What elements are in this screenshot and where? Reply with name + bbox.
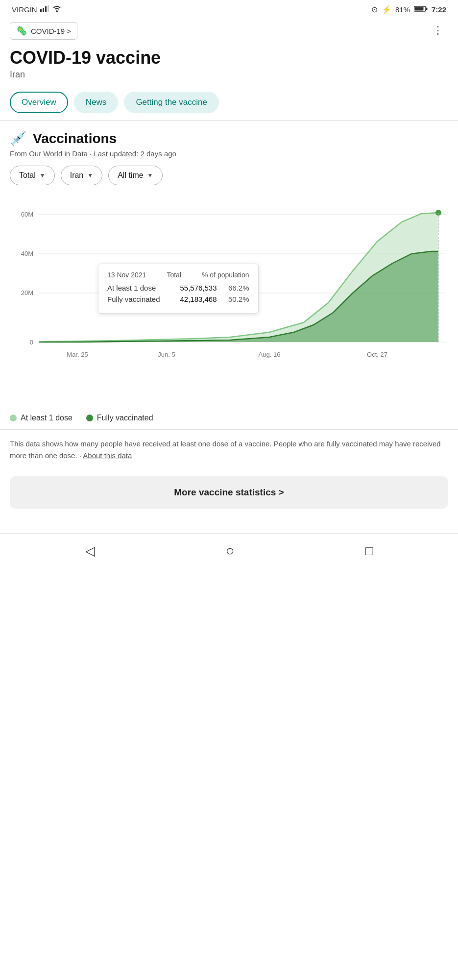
svg-text:20M: 20M [21,289,33,296]
wifi-icon [52,5,62,14]
svg-text:0: 0 [30,339,33,346]
tooltip-value-0: 55,576,533 [168,284,217,292]
page-subtitle: Iran [10,70,448,80]
timer-icon: ⊙ [371,5,378,14]
chart-legend: At least 1 dose Fully vaccinated [0,409,458,429]
chart-tooltip: 13 Nov 2021 Total % of population At lea… [98,264,259,314]
filter-type[interactable]: Total ▼ [10,166,55,185]
recents-nav-button[interactable]: □ [365,543,373,559]
more-options-button[interactable]: ⋮ [429,22,448,39]
svg-rect-7 [414,7,423,11]
header: 🦠 COVID-19 > ⋮ [0,17,458,40]
filters-row: Total ▼ Iran ▼ All time ▼ [10,166,448,185]
svg-text:60M: 60M [21,211,33,218]
vaccine-icon: 💉 [10,130,27,147]
signal-icon [40,5,49,14]
svg-text:Oct. 27: Oct. 27 [367,351,387,358]
status-bar: VIRGIN ⊙ ⚡ 81% [0,0,458,17]
svg-text:Jun. 5: Jun. 5 [158,351,175,358]
description-content: This data shows how many people have rec… [10,440,441,460]
time-label: 7:22 [432,5,446,14]
bluetooth-icon: ⚡ [382,5,391,14]
tooltip-label-0: At least 1 dose [107,284,160,292]
battery-label: 81% [395,5,410,14]
nav-bar: ◁ ○ □ [0,533,458,568]
source-link[interactable]: Our World in Data [29,149,90,158]
chevron-down-icon: ▼ [87,172,93,179]
vaccinations-section: 💉 Vaccinations From Our World in Data · … [0,121,458,401]
tooltip-header: 13 Nov 2021 Total % of population [107,271,249,279]
section-title: Vaccinations [33,131,117,147]
legend-label-0: At least 1 dose [21,414,72,422]
tab-overview[interactable]: Overview [10,92,68,113]
description-text: This data shows how many people have rec… [0,430,458,471]
status-left: VIRGIN [12,5,62,14]
chevron-down-icon: ▼ [40,172,46,179]
tooltip-row-0: At least 1 dose 55,576,533 66.2% [107,284,249,292]
breadcrumb-button[interactable]: 🦠 COVID-19 > [10,22,77,40]
tooltip-pct-0: 66.2% [225,284,249,292]
back-nav-button[interactable]: ◁ [85,543,95,559]
breadcrumb-label: COVID-19 > [31,27,71,35]
tooltip-value-1: 42,183,468 [168,295,217,303]
filter-period[interactable]: All time ▼ [108,166,162,185]
legend-label-1: Fully vaccinated [97,414,153,422]
tab-news[interactable]: News [74,92,119,113]
source-text: From Our World in Data · Last updated: 2… [10,149,448,158]
svg-rect-1 [43,8,44,12]
tooltip-population-label: % of population [202,271,249,279]
more-btn-section: More vaccine statistics > [0,471,458,523]
chevron-down-icon: ▼ [147,172,153,179]
svg-text:Aug. 16: Aug. 16 [259,351,281,358]
tab-getting-vaccine[interactable]: Getting the vaccine [124,92,219,113]
svg-text:40M: 40M [21,250,33,257]
legend-dot-1 [86,415,93,421]
legend-item-1: Fully vaccinated [86,414,153,422]
tabs-section: Overview News Getting the vaccine [0,85,458,120]
chart-container[interactable]: 60M 40M 20M 0 Mar. 25 Jun. 5 Aug. 16 [10,195,448,401]
tooltip-total-label: Total [167,271,181,279]
title-section: COVID-19 vaccine Iran [0,40,458,85]
home-nav-button[interactable]: ○ [226,542,235,559]
svg-text:Mar. 25: Mar. 25 [67,351,88,358]
tooltip-label-1: Fully vaccinated [107,295,160,303]
covid-icon: 🦠 [16,25,27,36]
section-title-row: 💉 Vaccinations [10,130,448,147]
tooltip-row-1: Fully vaccinated 42,183,468 50.2% [107,295,249,303]
battery-icon [414,5,428,14]
page-title: COVID-19 vaccine [10,48,448,68]
svg-rect-0 [40,9,42,12]
legend-dot-0 [10,415,17,421]
legend-item-0: At least 1 dose [10,414,72,422]
about-data-link[interactable]: About this data [83,451,132,460]
svg-point-4 [56,10,58,12]
tooltip-pct-1: 50.2% [225,295,249,303]
more-vaccine-button[interactable]: More vaccine statistics > [10,476,448,509]
status-right: ⊙ ⚡ 81% 7:22 [371,5,446,14]
svg-rect-6 [426,8,427,10]
svg-rect-3 [48,5,49,12]
tooltip-date: 13 Nov 2021 [107,271,146,279]
carrier-label: VIRGIN [12,5,37,14]
svg-rect-2 [45,6,47,12]
filter-region[interactable]: Iran ▼ [61,166,102,185]
